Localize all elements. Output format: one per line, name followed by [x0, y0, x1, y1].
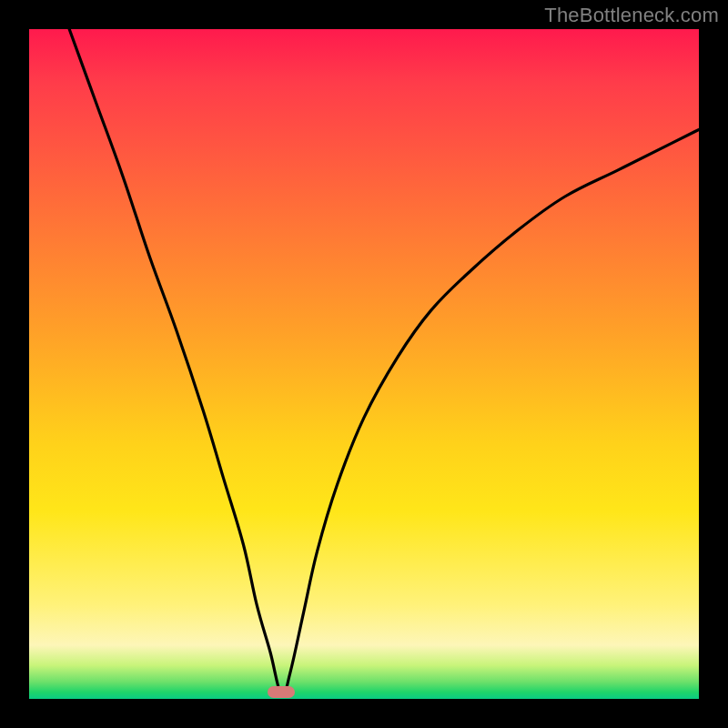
min-marker	[268, 686, 295, 698]
plot-area	[29, 29, 699, 699]
outer-frame: TheBottleneck.com	[0, 0, 728, 728]
bottleneck-curve	[29, 29, 699, 699]
watermark-text: TheBottleneck.com	[544, 4, 719, 27]
